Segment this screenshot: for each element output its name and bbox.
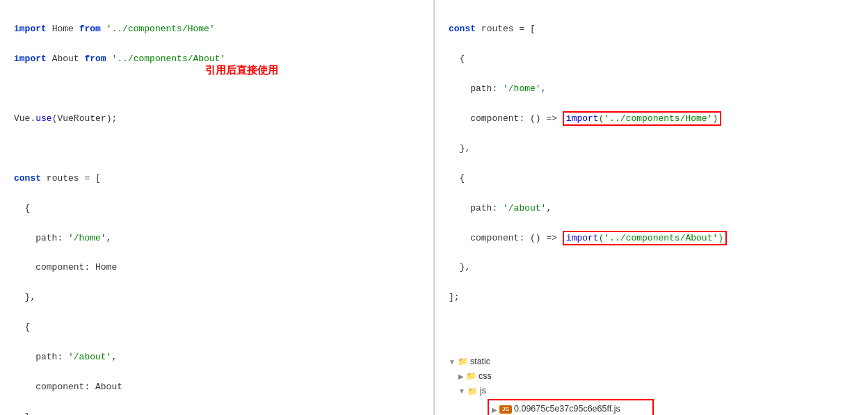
right-panel: const routes = [ { path: '/home', compon… [435, 0, 868, 415]
folder-css: css [479, 369, 492, 384]
js-badge: JS [499, 405, 512, 414]
import-highlight-about: import('../components/About') [563, 231, 727, 245]
folder-icon: 📁 [467, 384, 478, 398]
folder-icon: 📁 [458, 355, 468, 368]
file-0: 0.09675c5e37c95c6e65ff.js [514, 402, 620, 415]
folder-static: static [470, 355, 490, 369]
right-file-tree: ▼ 📁 static ▶ 📁 css ▼ 📁 js ▶ JS 0.09675c5… [449, 355, 857, 415]
arrow-icon: ▼ [458, 385, 465, 397]
annotation-label: 引用后直接使用 [205, 64, 278, 77]
folder-js: js [480, 384, 486, 398]
right-code: const routes = [ { path: '/home', compon… [449, 7, 857, 335]
arrow-icon: ▶ [492, 404, 497, 416]
folder-icon: 📁 [466, 369, 476, 383]
import-highlight-home: import('../components/Home') [563, 111, 721, 126]
arrow-icon: ▶ [458, 371, 464, 382]
left-panel: import Home from '../components/Home' im… [0, 0, 434, 415]
arrow-icon: ▼ [449, 356, 456, 368]
